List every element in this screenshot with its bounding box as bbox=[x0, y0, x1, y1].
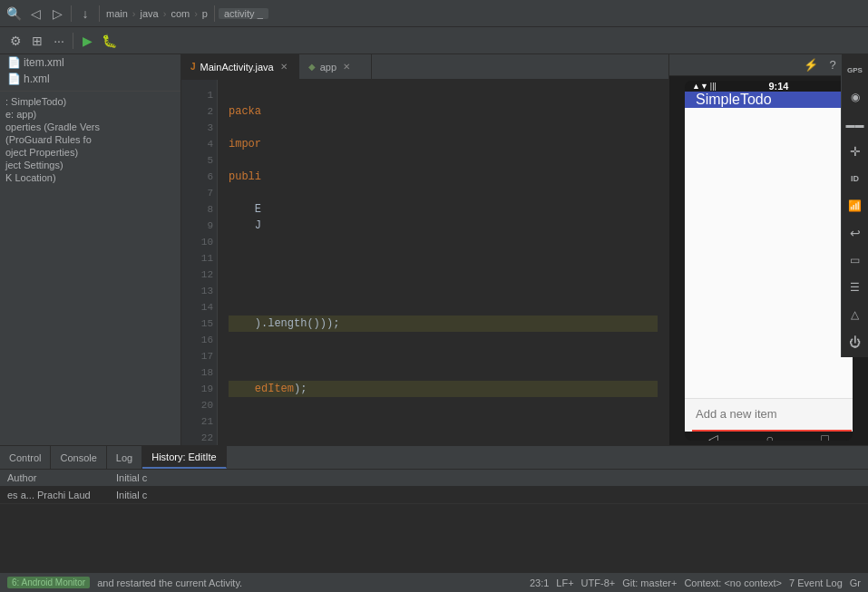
camera-icon-btn[interactable]: ◉ bbox=[844, 85, 867, 109]
status-right: 23:1 LF+ UTF-8+ Git: master+ Context: <n… bbox=[530, 577, 861, 588]
status-left: 6: Android Monitor and restarted the cur… bbox=[7, 577, 242, 588]
table-header: Author Initial c bbox=[0, 470, 868, 487]
nav-icon-dots[interactable]: ··· bbox=[49, 31, 69, 51]
nav-icon-settings[interactable]: ⚙ bbox=[5, 31, 25, 51]
menu-icon-btn[interactable]: ☰ bbox=[844, 276, 867, 299]
nav-icon-grid[interactable]: ⊞ bbox=[27, 31, 47, 51]
separator-3 bbox=[214, 5, 215, 22]
event-log-button[interactable]: 7 Event Log bbox=[789, 577, 843, 588]
app-bottom-bar: ADD bbox=[685, 398, 853, 432]
top-toolbar: 🔍 ◁ ▷ ↓ main › java › com › p activity _ bbox=[0, 0, 868, 27]
divider-1 bbox=[0, 91, 180, 92]
sdk-label: K Location) bbox=[5, 172, 56, 183]
project-sdk[interactable]: K Location) bbox=[0, 171, 180, 184]
emulator-toolbar: ⚡ ? ⏹ bbox=[669, 54, 868, 76]
gr-label: Gr bbox=[850, 577, 861, 588]
project-props[interactable]: oject Properties) bbox=[0, 146, 180, 159]
editor-area: J MainActivity.java ✕ ◆ app ✕ 12345 6789… bbox=[181, 54, 668, 445]
app-label: e: app) bbox=[5, 109, 36, 120]
tab-mainactivity-label: MainActivity.java bbox=[200, 62, 274, 73]
toolbar-icon-back[interactable]: ◁ bbox=[25, 4, 45, 24]
emulator-icon-1[interactable]: ⚡ bbox=[801, 54, 821, 74]
signal-icon: ||| bbox=[710, 82, 717, 91]
nav-sep-1 bbox=[73, 33, 73, 49]
separator-1 bbox=[71, 5, 72, 22]
nav-icon-run[interactable]: ▶ bbox=[77, 31, 97, 51]
toolbar-icon-magnify[interactable]: 🔍 bbox=[4, 4, 24, 24]
power-icon-btn[interactable]: ⏻ bbox=[844, 330, 867, 354]
proguard-label: (ProGuard Rules fo bbox=[5, 134, 92, 145]
breadcrumb-main[interactable]: main bbox=[103, 7, 131, 20]
tab-app[interactable]: ◆ app ✕ bbox=[299, 54, 372, 79]
project-proguard[interactable]: (ProGuard Rules fo bbox=[0, 133, 180, 146]
tab-mainactivity-close[interactable]: ✕ bbox=[278, 62, 289, 72]
project-simpletodo[interactable]: : SimpleTodo) bbox=[0, 95, 180, 108]
tree-item-xml1[interactable]: 📄 item.xml bbox=[0, 54, 180, 71]
activity-tab[interactable]: activity _ bbox=[219, 8, 268, 19]
android-monitor-badge[interactable]: 6: Android Monitor bbox=[7, 577, 90, 588]
id-icon-btn[interactable]: ID bbox=[844, 167, 867, 190]
breadcrumb-java[interactable]: java bbox=[138, 7, 161, 20]
nav-icon-debug[interactable]: 🐛 bbox=[99, 31, 119, 51]
bottom-tab-history[interactable]: History: EditIte bbox=[142, 446, 227, 469]
app-content bbox=[685, 108, 853, 398]
rss-icon-btn[interactable]: 📶 bbox=[844, 194, 867, 218]
row-author: es a... Prachi Laud bbox=[7, 490, 116, 500]
video-icon-btn[interactable]: ▬▬ bbox=[844, 112, 867, 136]
code-content[interactable]: packa impor publi E J ).length())); edIt… bbox=[218, 80, 668, 445]
toolbar-icon-forward[interactable]: ▷ bbox=[47, 4, 67, 24]
nav-back-btn[interactable]: ◁ bbox=[708, 432, 718, 441]
bottom-tab-console[interactable]: Console bbox=[51, 446, 106, 469]
bottom-tab-log[interactable]: Log bbox=[107, 446, 142, 469]
project-settings[interactable]: ject Settings) bbox=[0, 159, 180, 171]
nav-bar: ⚙ ⊞ ··· ▶ 🐛 bbox=[0, 27, 868, 54]
wifi-icon: ▲▼ bbox=[692, 82, 708, 91]
bottom-panel: Control Console Log History: EditIte Aut… bbox=[0, 445, 868, 572]
sep-1: › bbox=[132, 8, 136, 19]
app-icon: ◆ bbox=[308, 62, 316, 72]
table-row[interactable]: es a... Prachi Laud Initial c bbox=[0, 487, 868, 504]
position-label: 23:1 bbox=[530, 577, 549, 588]
home-icon-btn[interactable]: △ bbox=[844, 303, 867, 326]
move-icon-btn[interactable]: ✛ bbox=[844, 140, 867, 163]
xml2-label: h.xml bbox=[24, 73, 50, 85]
gradle-label: operties (Gradle Vers bbox=[5, 121, 100, 132]
window-icon-btn[interactable]: ▭ bbox=[844, 248, 867, 272]
status-left-icons: ▲▼ ||| bbox=[692, 82, 717, 91]
breadcrumb: main › java › com › p bbox=[103, 7, 210, 20]
breadcrumb-p[interactable]: p bbox=[200, 7, 210, 20]
app-toolbar: SimpleTodo bbox=[685, 92, 853, 108]
back-arrow-icon-btn[interactable]: ↩ bbox=[844, 221, 867, 245]
left-sidebar: 📄 item.xml 📄 h.xml : SimpleTodo) e: app)… bbox=[0, 54, 181, 445]
encoding-label: UTF-8+ bbox=[581, 577, 616, 588]
tree-item-xml2[interactable]: 📄 h.xml bbox=[0, 71, 180, 87]
bottom-tab-control[interactable]: Control bbox=[0, 446, 51, 469]
breadcrumb-com[interactable]: com bbox=[168, 7, 192, 20]
project-gradle[interactable]: operties (Gradle Vers bbox=[0, 121, 180, 133]
status-message: and restarted the current Activity. bbox=[97, 577, 242, 588]
toolbar-icon-down[interactable]: ↓ bbox=[75, 4, 95, 24]
status-bar: 6: Android Monitor and restarted the cur… bbox=[0, 572, 868, 592]
project-name-label: : SimpleTodo) bbox=[5, 96, 66, 107]
line-numbers: 12345 678910 1112131415 1617181920 2122 bbox=[181, 80, 218, 445]
phone-status-bar: ▲▼ ||| 9:14 ▮ bbox=[685, 81, 853, 92]
props-label: oject Properties) bbox=[5, 147, 78, 158]
nav-home-btn[interactable]: ○ bbox=[766, 432, 774, 441]
java-icon: J bbox=[190, 62, 196, 72]
context-label: Context: <no context> bbox=[684, 577, 782, 588]
gps-icon-btn[interactable]: GPS bbox=[844, 58, 867, 82]
xml-icon-1: 📄 bbox=[7, 56, 21, 69]
emulator-icon-2[interactable]: ? bbox=[823, 54, 843, 74]
git-label: Git: master+ bbox=[622, 577, 677, 588]
code-editor: 12345 678910 1112131415 1617181920 2122 … bbox=[181, 80, 668, 445]
nav-recent-btn[interactable]: □ bbox=[821, 432, 828, 441]
tab-app-label: app bbox=[320, 62, 336, 73]
todo-input[interactable] bbox=[692, 399, 852, 432]
header-desc: Initial c bbox=[116, 472, 861, 483]
tab-app-close[interactable]: ✕ bbox=[341, 62, 352, 72]
project-app[interactable]: e: app) bbox=[0, 108, 180, 121]
phone-nav-bar: ◁ ○ □ bbox=[685, 432, 853, 441]
row-desc: Initial c bbox=[116, 490, 861, 500]
main-area: 📄 item.xml 📄 h.xml : SimpleTodo) e: app)… bbox=[0, 54, 868, 445]
tab-mainactivity[interactable]: J MainActivity.java ✕ bbox=[181, 54, 299, 79]
